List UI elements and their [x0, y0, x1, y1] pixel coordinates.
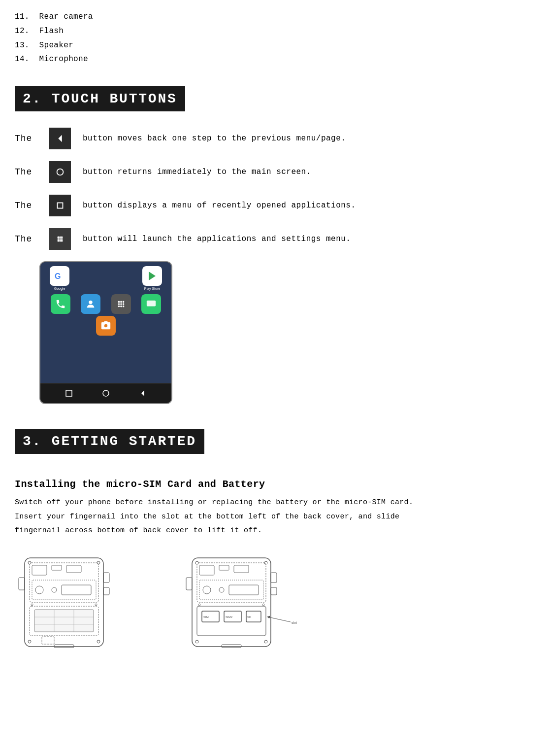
- svg-rect-55: [197, 563, 266, 602]
- grid-button-desc: button will launch the applications and …: [83, 233, 351, 245]
- svg-point-53: [95, 604, 97, 606]
- item-number: 13.: [15, 41, 30, 50]
- svg-marker-13: [149, 272, 156, 280]
- svg-point-16: [120, 301, 122, 303]
- apps-launcher: [108, 294, 134, 314]
- section2-header: 2. TOUCH BUTTONS: [15, 86, 185, 111]
- section-getting-started: 3. GETTING STARTED Installing the micro-…: [15, 419, 537, 654]
- back-button-desc: button moves back one step to the previo…: [83, 133, 346, 144]
- paragraph-1: Switch off your phone before installing …: [15, 496, 537, 510]
- numbered-list: 11. Rear camera 12. Flash 13. Speaker 14…: [15, 10, 537, 67]
- messages-icon: [141, 294, 161, 314]
- paragraph-3: fingernail across bottom of back cover t…: [15, 524, 537, 538]
- svg-rect-51: [42, 637, 54, 644]
- svg-point-46: [97, 640, 100, 643]
- svg-point-34: [35, 586, 43, 594]
- svg-point-75: [264, 640, 267, 643]
- playstore-label: Play Store: [144, 287, 160, 290]
- grid-button-icon: [49, 228, 71, 250]
- svg-point-45: [28, 640, 31, 643]
- home-button-icon: [49, 161, 71, 183]
- svg-text:SIM: SIM: [203, 616, 209, 619]
- svg-rect-57: [219, 565, 229, 570]
- item-text: Rear camera: [39, 12, 93, 21]
- recent-button-row: The button displays a menu of recently o…: [15, 193, 537, 218]
- svg-point-5: [61, 237, 63, 239]
- svg-marker-27: [141, 390, 144, 396]
- svg-rect-47: [19, 578, 25, 590]
- phone-nav-bar: [40, 383, 171, 403]
- the-label-3: The: [15, 201, 49, 210]
- svg-point-8: [61, 238, 63, 240]
- svg-rect-62: [229, 585, 259, 595]
- svg-rect-36: [62, 585, 91, 595]
- svg-point-11: [61, 240, 63, 242]
- svg-point-3: [58, 237, 60, 239]
- svg-point-60: [203, 586, 211, 594]
- svg-point-15: [118, 301, 120, 303]
- google-label: Google: [54, 287, 65, 290]
- camera-app: [93, 316, 119, 336]
- svg-point-70: [198, 604, 200, 606]
- svg-text:G: G: [55, 272, 61, 280]
- item-number: 14.: [15, 55, 30, 64]
- playstore-app: Play Store: [139, 266, 165, 290]
- google-icon: G: [50, 266, 69, 286]
- nav-back-icon: [137, 387, 149, 399]
- svg-text:slot: slot: [292, 621, 297, 624]
- section-touch-buttons: 2. TOUCH BUTTONS The button moves back o…: [15, 76, 537, 404]
- svg-rect-48: [103, 573, 109, 583]
- svg-rect-78: [271, 587, 277, 595]
- svg-point-23: [123, 306, 125, 308]
- svg-point-6: [58, 238, 60, 240]
- svg-rect-59: [199, 580, 263, 600]
- grid-button-row: The button will launch the applications …: [15, 227, 537, 251]
- paragraph-2: Insert your fingernail into the slot at …: [15, 510, 537, 524]
- playstore-icon: [142, 266, 162, 286]
- svg-point-14: [89, 301, 93, 304]
- svg-point-7: [59, 238, 61, 240]
- apps-grid-icon: [111, 294, 131, 314]
- list-item-11: 11. Rear camera: [15, 10, 537, 24]
- svg-point-4: [59, 237, 61, 239]
- svg-point-10: [59, 240, 61, 242]
- google-app: G Google: [46, 266, 73, 290]
- recent-button-desc: button displays a menu of recently opene…: [83, 200, 356, 211]
- svg-rect-25: [66, 390, 72, 396]
- svg-point-17: [123, 301, 125, 303]
- back-arrow-icon: [55, 133, 65, 144]
- svg-rect-2: [58, 203, 63, 208]
- svg-rect-31: [52, 565, 62, 570]
- svg-point-22: [120, 306, 122, 308]
- nav-square-icon: [63, 387, 75, 399]
- svg-marker-0: [58, 135, 62, 142]
- svg-point-35: [52, 587, 57, 592]
- home-button-desc: button returns immediately to the main s…: [83, 166, 311, 178]
- phone-back-diagram-2: SIM SIM2 SD: [182, 553, 330, 652]
- item-text: Speaker: [39, 41, 73, 50]
- svg-point-21: [118, 306, 120, 308]
- device-diagrams: SIM SIM2 SD: [15, 553, 537, 654]
- contacts-icon: [81, 294, 100, 314]
- home-button-row: The button returns immediately to the ma…: [15, 160, 537, 184]
- subsection-sim-battery: Installing the micro-SIM Card and Batter…: [15, 479, 537, 490]
- svg-rect-56: [199, 565, 214, 575]
- svg-point-74: [195, 640, 198, 643]
- svg-rect-76: [186, 578, 192, 590]
- phone-app: [47, 294, 74, 314]
- svg-point-19: [120, 303, 122, 305]
- svg-rect-29: [30, 563, 98, 602]
- svg-rect-50: [54, 645, 74, 648]
- svg-point-9: [58, 240, 60, 242]
- item-number: 12.: [15, 27, 30, 35]
- svg-rect-33: [32, 580, 96, 600]
- svg-rect-30: [32, 565, 47, 575]
- the-label-1: The: [15, 134, 49, 143]
- the-label-2: The: [15, 167, 49, 177]
- square-icon: [55, 200, 65, 211]
- svg-point-26: [103, 390, 109, 396]
- the-label-4: The: [15, 234, 49, 244]
- svg-rect-24: [147, 301, 156, 307]
- section3-header: 3. GETTING STARTED: [15, 429, 204, 454]
- svg-point-71: [262, 604, 264, 606]
